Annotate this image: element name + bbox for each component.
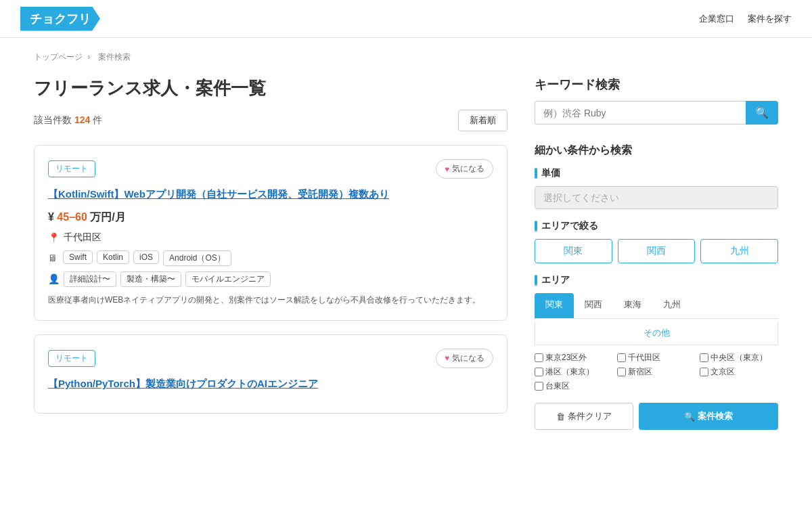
card-top: リモート ♥ 気になる	[48, 159, 493, 179]
filter-section: 細かい条件から検索 単価 選択してください エリアで絞る 関東 関西	[535, 144, 778, 430]
search-submit-button[interactable]: 🔍 案件検索	[639, 403, 778, 430]
header-nav: 企業窓口 案件を探す	[699, 13, 792, 25]
role-tags-row: 👤 詳細設計〜 製造・構築〜 モバイルエンジニア	[48, 271, 493, 287]
tab-kansai[interactable]: 関西	[574, 293, 613, 318]
person-icon: 👤	[48, 273, 60, 284]
right-column: キーワード検索 🔍 細かい条件から検索 単価 選択してください	[535, 76, 778, 449]
tech-tags-row: 🖥 Swift Kotlin iOS Android（OS）	[48, 250, 493, 266]
remote-tag-2: リモート	[48, 350, 95, 367]
job-description: 医療従事者向けWEBネイティブアプリの開発と、別案件ではソース解読をしながら不具…	[48, 294, 493, 307]
area-filter-label: エリアで絞る	[535, 220, 778, 232]
main-container: トップページ › 案件検索 フリーランス求人・案件一覧 該当件数 124 件 新…	[14, 38, 798, 462]
salary-suffix: 万円/月	[90, 211, 125, 223]
checkbox-tokyo-outside[interactable]: 東京23区外	[535, 352, 613, 364]
checkbox-input[interactable]	[700, 368, 708, 376]
area-quick-kansai[interactable]: 関西	[618, 239, 696, 263]
heart-icon-2: ♥	[445, 353, 449, 363]
checkbox-input[interactable]	[535, 353, 543, 362]
clear-button[interactable]: 🗑 条件クリア	[535, 403, 633, 430]
checkbox-minato[interactable]: 港区（東京）	[535, 366, 613, 378]
job-card-2: リモート ♥ 気になる 【Python/PyTorch】製造業向けプロダクトのA…	[34, 334, 508, 414]
checkbox-input[interactable]	[617, 353, 626, 362]
location-text: 千代田区	[64, 232, 102, 244]
area-tabs: 関東 関西 東海 九州	[535, 293, 778, 319]
keyword-search-section: キーワード検索 🔍	[535, 76, 778, 125]
left-column: フリーランス求人・案件一覧 該当件数 124 件 新着順 リモート ♥ 気になる	[34, 76, 508, 449]
label-bar-2	[535, 221, 537, 232]
tech-tag: Kotlin	[97, 250, 129, 264]
checkbox-bunkyo[interactable]: 文京区	[700, 366, 778, 378]
unit-price-select[interactable]: 選択してください	[535, 186, 778, 209]
area-label: エリア	[535, 274, 778, 286]
monitor-icon: 🖥	[48, 252, 59, 263]
breadcrumb-current: 案件検索	[98, 52, 131, 62]
find-jobs-link[interactable]: 案件を探す	[748, 13, 792, 25]
checkbox-chuo[interactable]: 中央区（東京）	[700, 352, 778, 364]
checkbox-taito[interactable]: 台東区	[535, 380, 613, 392]
tab-kyushu[interactable]: 九州	[652, 293, 692, 318]
checkbox-group: 東京23区外 千代田区 中央区（東京） 港区（東京）	[535, 352, 778, 392]
remote-tag: リモート	[48, 160, 95, 177]
header: チョクフリ 企業窓口 案件を探す	[0, 0, 812, 38]
job-title-2[interactable]: 【Python/PyTorch】製造業向けプロダクトのAIエンジニア	[48, 376, 493, 392]
result-count: 該当件数 124 件	[34, 114, 102, 127]
favorite-button[interactable]: ♥ 気になる	[436, 159, 493, 179]
favorite-button-2[interactable]: ♥ 気になる	[436, 349, 493, 368]
job-title[interactable]: 【Kotlin/Swift】Webアプリ開発（自社サービス開発、受託開発）複数あ…	[48, 187, 493, 202]
role-tag: モバイルエンジニア	[185, 271, 271, 287]
action-buttons: 🗑 条件クリア 🔍 案件検索	[535, 403, 778, 430]
filter-title: 細かい条件から検索	[535, 144, 778, 158]
logo[interactable]: チョクフリ	[20, 7, 100, 31]
tech-tag: iOS	[133, 250, 159, 264]
result-bar: 該当件数 124 件 新着順	[34, 110, 508, 131]
heart-icon: ♥	[445, 164, 449, 174]
location-icon: 📍	[48, 232, 60, 243]
unit-price-label: 単価	[535, 167, 778, 179]
job-salary: ¥ 45–60 万円/月	[48, 211, 493, 225]
tech-tag: Swift	[63, 250, 93, 264]
role-tag: 詳細設計〜	[64, 271, 116, 287]
breadcrumb: トップページ › 案件検索	[34, 51, 778, 63]
card-top-2: リモート ♥ 気になる	[48, 349, 493, 368]
checkbox-input[interactable]	[700, 353, 708, 362]
tab-other[interactable]: その他	[535, 322, 778, 345]
checkbox-chiyoda[interactable]: 千代田区	[617, 352, 696, 364]
search-icon-button[interactable]: 🔍	[746, 101, 778, 125]
checkbox-shinjuku[interactable]: 新宿区	[617, 366, 696, 378]
search-submit-icon: 🔍	[684, 412, 695, 422]
area-quick-kyushu[interactable]: 九州	[700, 239, 778, 263]
sort-button[interactable]: 新着順	[458, 110, 508, 131]
search-input[interactable]	[535, 101, 746, 125]
content-layout: フリーランス求人・案件一覧 該当件数 124 件 新着順 リモート ♥ 気になる	[34, 76, 778, 449]
tab-kanto[interactable]: 関東	[535, 293, 574, 318]
favorite-label-2: 気になる	[452, 353, 484, 364]
role-tag: 製造・構築〜	[120, 271, 181, 287]
label-bar-3	[535, 275, 537, 286]
search-row: 🔍	[535, 101, 778, 125]
area-quick-kanto[interactable]: 関東	[535, 239, 612, 263]
salary-prefix: ¥	[48, 211, 54, 223]
favorite-label: 気になる	[452, 163, 484, 175]
area-quick-btns: 関東 関西 九州	[535, 239, 778, 263]
tab-tokai[interactable]: 東海	[613, 293, 652, 318]
company-link[interactable]: 企業窓口	[699, 13, 734, 25]
breadcrumb-top[interactable]: トップページ	[34, 52, 83, 62]
page-title: フリーランス求人・案件一覧	[34, 76, 508, 100]
trash-icon: 🗑	[556, 412, 565, 422]
salary-value: 45–60	[57, 211, 87, 223]
job-card: リモート ♥ 気になる 【Kotlin/Swift】Webアプリ開発（自社サービ…	[34, 145, 508, 321]
keyword-title: キーワード検索	[535, 76, 778, 93]
checkbox-input[interactable]	[617, 368, 626, 376]
tech-tag: Android（OS）	[163, 250, 231, 266]
clear-label: 条件クリア	[568, 410, 612, 422]
label-bar	[535, 168, 537, 179]
breadcrumb-separator: ›	[87, 52, 90, 62]
count-value: 124	[74, 114, 90, 125]
job-location: 📍 千代田区	[48, 232, 493, 244]
checkbox-input[interactable]	[535, 382, 543, 391]
search-submit-label: 案件検索	[698, 410, 733, 422]
checkbox-input[interactable]	[535, 368, 543, 376]
